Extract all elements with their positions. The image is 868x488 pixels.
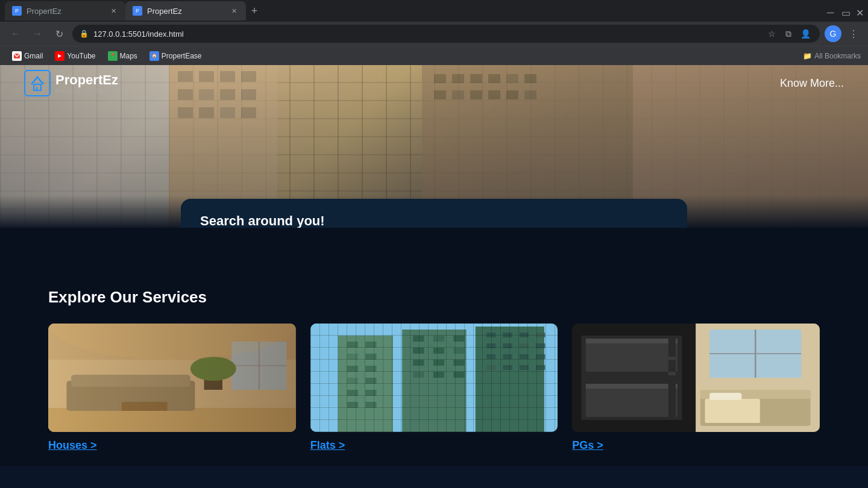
flats-image: [310, 324, 558, 432]
browser-chrome: P PropertEz ✕ P PropertEz ✕ + ─ ▭ ✕ ← → …: [0, 0, 868, 65]
search-panel: Search around you! 🔍 📍 Search: [181, 199, 687, 228]
svg-rect-60: [453, 336, 464, 342]
all-bookmarks[interactable]: 📁 All Bookmarks: [803, 52, 861, 60]
services-section: Explore Our Services: [0, 228, 868, 466]
svg-rect-45: [347, 342, 358, 348]
bookmarks-bar: Gmail ▶ YouTube 📍 Maps 🏠 PropertEase 📁 A…: [0, 46, 868, 65]
account-icon[interactable]: 👤: [798, 27, 813, 41]
maximize-button[interactable]: ▭: [841, 7, 849, 14]
svg-rect-49: [347, 366, 358, 372]
bookmark-gmail[interactable]: Gmail: [7, 49, 48, 63]
svg-rect-37: [231, 342, 286, 390]
svg-rect-72: [503, 333, 512, 337]
minimize-button[interactable]: ─: [827, 7, 834, 14]
logo-sub: REAL ESTATE: [55, 88, 118, 94]
svg-rect-94: [668, 357, 676, 360]
pgs-image: [572, 324, 820, 432]
svg-rect-30: [36, 87, 38, 90]
logo: PropertEz REAL ESTATE: [24, 70, 118, 96]
tab-1[interactable]: P PropertEz ✕: [5, 1, 125, 20]
logo-name: PropertEz: [55, 72, 118, 88]
svg-rect-61: [413, 348, 424, 354]
svg-rect-59: [433, 336, 444, 342]
svg-point-41: [190, 357, 236, 381]
bookmark-maps[interactable]: 📍 Maps: [103, 49, 142, 63]
svg-rect-85: [519, 365, 528, 370]
address-text: 127.0.0.1:5501/index.html: [93, 30, 184, 39]
svg-rect-90: [586, 339, 678, 343]
svg-rect-81: [519, 354, 528, 359]
site-nav: PropertEz REAL ESTATE Know More...: [0, 65, 868, 101]
svg-rect-56: [365, 402, 376, 408]
extension-icon[interactable]: ⧉: [781, 27, 796, 41]
svg-rect-64: [413, 360, 424, 366]
service-card-houses[interactable]: Houses >: [48, 324, 296, 452]
website-content: PropertEz REAL ESTATE Know More... Searc…: [0, 65, 868, 466]
svg-rect-62: [433, 348, 444, 354]
svg-rect-83: [486, 365, 495, 370]
flats-link[interactable]: Flats >: [310, 439, 558, 452]
profile-avatar[interactable]: G: [825, 25, 841, 42]
svg-rect-89: [586, 339, 678, 372]
svg-rect-55: [347, 402, 358, 408]
bookmark-youtube[interactable]: ▶ YouTube: [50, 49, 100, 63]
tab1-close[interactable]: ✕: [108, 6, 118, 16]
svg-rect-74: [536, 333, 545, 337]
tab2-label: PropertEz: [147, 7, 182, 16]
svg-rect-33: [48, 408, 296, 432]
address-bar-row: ← → ↻ 🔒 127.0.0.1:5501/index.html ☆ ⧉ 👤 …: [0, 22, 868, 46]
svg-rect-46: [365, 342, 376, 348]
reload-button[interactable]: ↻: [51, 25, 68, 42]
all-bookmarks-label: All Bookmarks: [814, 52, 861, 60]
know-more-link[interactable]: Know More...: [780, 77, 844, 90]
svg-rect-52: [365, 378, 376, 384]
tab-2[interactable]: P PropertEz ✕: [125, 1, 246, 20]
pe-favicon: 🏠: [149, 51, 159, 61]
service-card-flats[interactable]: Flats >: [310, 324, 558, 452]
lock-icon: 🔒: [80, 30, 89, 38]
svg-rect-53: [347, 390, 358, 396]
svg-rect-40: [204, 372, 222, 390]
svg-rect-69: [453, 372, 464, 378]
bookmark-propertease[interactable]: 🏠 PropertEase: [145, 49, 207, 63]
svg-rect-66: [453, 360, 464, 366]
pgs-link[interactable]: PGs >: [572, 439, 820, 452]
address-actions: ☆ ⧉ 👤: [764, 27, 813, 41]
svg-rect-102: [705, 399, 760, 423]
window-controls: ─ ▭ ✕: [827, 7, 863, 14]
svg-rect-70: [475, 327, 544, 432]
svg-rect-68: [433, 372, 444, 378]
svg-rect-67: [413, 372, 424, 378]
houses-link[interactable]: Houses >: [48, 439, 296, 452]
star-icon[interactable]: ☆: [764, 27, 779, 41]
houses-image: [48, 324, 296, 432]
browser-menu-button[interactable]: ⋮: [846, 28, 861, 40]
service-card-pgs[interactable]: PGs >: [572, 324, 820, 452]
tab-bar: P PropertEz ✕ P PropertEz ✕ + ─ ▭ ✕: [0, 0, 868, 22]
logo-icon: [24, 70, 51, 96]
svg-rect-84: [503, 365, 512, 370]
svg-rect-82: [536, 354, 545, 359]
folder-icon: 📁: [803, 52, 812, 60]
svg-rect-58: [413, 336, 424, 342]
flat-img-bg: [310, 324, 558, 432]
svg-rect-35: [71, 375, 190, 387]
youtube-favicon: ▶: [55, 51, 64, 61]
tab1-favicon: P: [12, 6, 22, 16]
close-button[interactable]: ✕: [856, 7, 863, 14]
svg-rect-91: [586, 384, 678, 417]
maps-label: Maps: [120, 52, 137, 60]
pg-img-bg: [572, 324, 820, 432]
back-button[interactable]: ←: [7, 25, 24, 42]
svg-rect-79: [486, 354, 495, 359]
hero-section: PropertEz REAL ESTATE Know More... Searc…: [0, 65, 868, 228]
tab1-label: PropertEz: [27, 7, 61, 16]
svg-rect-77: [519, 343, 528, 348]
new-tab-button[interactable]: +: [246, 2, 263, 19]
tab2-close[interactable]: ✕: [229, 6, 239, 16]
address-bar[interactable]: 🔒 127.0.0.1:5501/index.html ☆ ⧉ 👤: [72, 25, 820, 43]
gmail-favicon: [12, 51, 22, 61]
svg-rect-78: [536, 343, 545, 348]
forward-button[interactable]: →: [29, 25, 46, 42]
services-section-title: Explore Our Services: [48, 288, 820, 307]
